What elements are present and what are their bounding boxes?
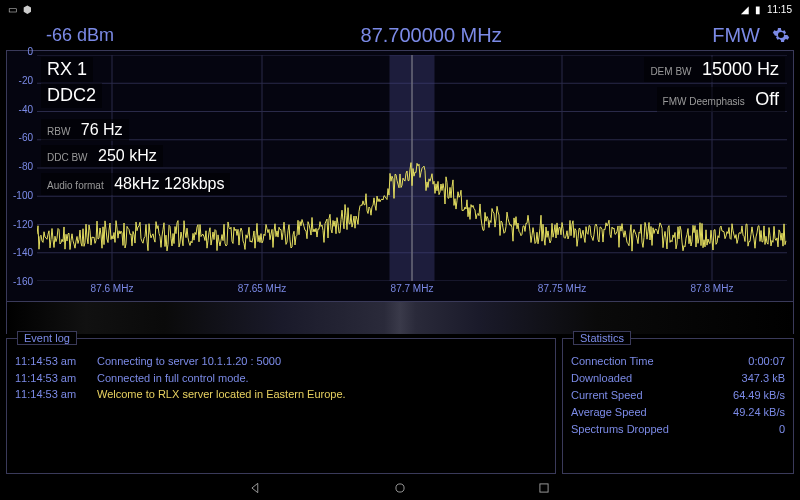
stat-row: Average Speed49.24 kB/s xyxy=(571,404,785,421)
x-tick: 87.75 MHz xyxy=(538,283,586,294)
y-tick: -120 xyxy=(13,218,33,229)
notif-icon: ⬢ xyxy=(23,4,32,15)
x-tick: 87.7 MHz xyxy=(391,283,434,294)
battery-icon: ▮ xyxy=(755,4,761,15)
svg-point-16 xyxy=(396,484,404,492)
statistics-panel: Statistics Connection Time0:00:07Downloa… xyxy=(562,338,794,474)
spectrum-plot[interactable]: 0-20-40-60-80-100-120-140-160 87.6 MHz87… xyxy=(6,50,794,302)
y-tick: -20 xyxy=(19,74,33,85)
stat-row: Current Speed64.49 kB/s xyxy=(571,387,785,404)
event-log-title: Event log xyxy=(17,331,77,345)
frequency-display[interactable]: 87.700000 MHz xyxy=(150,24,712,47)
y-tick: -80 xyxy=(19,161,33,172)
mode-display[interactable]: FMW xyxy=(712,24,760,47)
x-axis: 87.6 MHz87.65 MHz87.7 MHz87.75 MHz87.8 M… xyxy=(37,283,787,299)
waterfall-display[interactable] xyxy=(6,302,794,334)
stat-row: Connection Time0:00:07 xyxy=(571,353,785,370)
android-nav-bar xyxy=(0,476,800,500)
x-tick: 87.6 MHz xyxy=(91,283,134,294)
signal-strength[interactable]: -66 dBm xyxy=(10,25,150,46)
ddc-selector[interactable]: DDC2 xyxy=(41,83,102,108)
event-log-panel: Event log 11:14:53 amConnecting to serve… xyxy=(6,338,556,474)
x-tick: 87.8 MHz xyxy=(691,283,734,294)
y-tick: -160 xyxy=(13,276,33,287)
y-tick: -100 xyxy=(13,189,33,200)
svg-rect-17 xyxy=(540,484,548,492)
home-icon[interactable] xyxy=(393,481,407,495)
gear-icon[interactable] xyxy=(772,26,790,44)
stat-row: Downloaded347.3 kB xyxy=(571,370,785,387)
ddc-bw-display[interactable]: DDC BW 250 kHz xyxy=(41,145,163,167)
dem-bw-display[interactable]: DEM BW 15000 Hz xyxy=(644,57,785,82)
y-tick: -140 xyxy=(13,247,33,258)
stat-row: Spectrums Dropped0 xyxy=(571,421,785,438)
log-entry: 11:14:53 amWelcome to RLX server located… xyxy=(15,386,547,403)
recent-icon[interactable] xyxy=(537,481,551,495)
y-tick: -60 xyxy=(19,132,33,143)
y-tick: -40 xyxy=(19,103,33,114)
rx-selector[interactable]: RX 1 xyxy=(41,57,93,82)
statistics-title: Statistics xyxy=(573,331,631,345)
log-entry: 11:14:53 amConnected in full control mod… xyxy=(15,370,547,387)
android-status-bar: ▭ ⬢ ◢ ▮ 11:15 xyxy=(0,0,800,18)
y-axis: 0-20-40-60-80-100-120-140-160 xyxy=(7,51,37,281)
deemphasis-display[interactable]: FMW Deemphasis Off xyxy=(657,87,785,112)
y-tick: 0 xyxy=(27,46,33,57)
x-tick: 87.65 MHz xyxy=(238,283,286,294)
rbw-display[interactable]: RBW 76 Hz xyxy=(41,119,129,141)
wifi-icon: ◢ xyxy=(741,4,749,15)
header: -66 dBm 87.700000 MHz FMW xyxy=(6,22,794,48)
log-entry: 11:14:53 amConnecting to server 10.1.1.2… xyxy=(15,353,547,370)
notif-icon: ▭ xyxy=(8,4,17,15)
clock: 11:15 xyxy=(767,4,792,15)
audio-format-display[interactable]: Audio format 48kHz 128kbps xyxy=(41,173,230,195)
back-icon[interactable] xyxy=(249,481,263,495)
